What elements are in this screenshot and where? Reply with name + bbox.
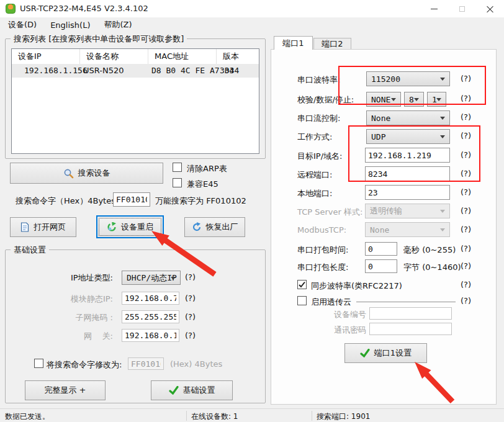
window-title: USR-TCP232-M4,E45 V2.3.4.102 — [20, 4, 148, 13]
compat-e45-label: 兼容E45 — [187, 179, 218, 190]
clear-arp-label: 清除ARP表 — [187, 163, 227, 174]
status-online-count: 在线设备数: 1 — [191, 411, 238, 422]
ip-type-select[interactable]: DHCP/动态IP — [122, 271, 181, 285]
search-device-label: 搜索设备 — [78, 168, 110, 179]
comm-password-label: 通讯密码 — [318, 325, 366, 336]
column-header-ip[interactable]: 设备IP — [12, 49, 80, 64]
baud-rate-label: 串口波特率: — [297, 74, 340, 86]
sync-baud-checkbox[interactable] — [297, 280, 307, 289]
menu-bar: 设备(D) English(L) 帮助(Z) — [0, 17, 504, 32]
baud-rate-select[interactable]: 115200 — [366, 71, 450, 86]
column-header-version[interactable]: 版本 — [217, 49, 259, 64]
search-list-group-title: 搜索列表 [在搜索列表中单击设备即可读取参数] — [11, 34, 187, 45]
title-bar: USR-TCP232-M4,E45 V2.3.4.102 — [0, 0, 504, 17]
checkmark-icon — [298, 281, 306, 289]
subnet-help: (?) — [185, 312, 196, 321]
magnifier-icon — [63, 168, 74, 179]
target-ip-label: 目标IP/域名: — [297, 151, 342, 162]
comm-password-input[interactable] — [369, 323, 452, 335]
factory-reset-label: 恢复出厂 — [206, 222, 238, 233]
device-ip: 192.168.1.156 — [24, 66, 88, 75]
chevron-down-icon — [171, 277, 176, 280]
target-ip-input[interactable] — [365, 148, 450, 163]
flow-control-select[interactable]: None — [366, 110, 450, 125]
factory-reset-button[interactable]: 恢复出厂 — [184, 217, 245, 237]
tab-port1[interactable]: 端口1 — [274, 36, 313, 50]
device-id-input[interactable] — [369, 307, 452, 320]
tcp-server-style-select: 透明传输 — [365, 204, 450, 218]
data-bits-select[interactable]: 8 — [404, 92, 424, 107]
chevron-down-icon — [440, 210, 445, 213]
subnet-label: 子网掩码 : — [37, 312, 113, 323]
pack-len-label: 串口打包长度: — [297, 262, 348, 273]
basic-settings-apply-button[interactable]: 基础设置 — [151, 380, 233, 400]
column-header-name[interactable]: 设备名称 — [80, 49, 148, 64]
open-web-label: 打开网页 — [34, 222, 66, 233]
webpage-icon — [20, 222, 29, 232]
ip-type-help: (?) — [185, 272, 196, 282]
local-port-label: 本地端口: — [297, 188, 332, 199]
subnet-input[interactable] — [122, 310, 179, 323]
stop-bits-select[interactable]: 1 — [427, 92, 446, 107]
modbus-tcp-select: None — [365, 222, 450, 237]
minimize-button[interactable] — [420, 0, 448, 17]
menu-device[interactable]: 设备(D) — [1, 17, 43, 32]
pack-len-suffix: 字节 (0~1460) — [403, 262, 461, 273]
ip-type-value: DHCP/动态IP — [127, 272, 177, 284]
tcp-server-style-help: (?) — [461, 206, 471, 215]
modbus-tcp-label: ModbusTCP: — [297, 225, 346, 235]
work-mode-select[interactable]: UDP — [366, 129, 450, 144]
pack-time-suffix: 毫秒 (0~255) — [403, 245, 456, 256]
remote-port-label: 远程端口: — [297, 169, 332, 181]
baud-rate-help: (?) — [461, 74, 471, 83]
local-port-input[interactable] — [365, 185, 450, 200]
parity-help: (?) — [461, 94, 471, 103]
pack-len-input[interactable] — [365, 259, 397, 273]
static-ip-label: 模块静态IP: — [37, 294, 113, 305]
parity-value: NONE — [371, 95, 390, 104]
open-web-button[interactable]: 打开网页 — [10, 217, 76, 237]
flow-control-value: None — [371, 114, 390, 123]
modify-cmd-input[interactable] — [128, 357, 164, 370]
device-table: 设备IP 设备名称 MAC地址 版本 192.168.1.156 USR-N52… — [11, 48, 259, 154]
baud-rate-value: 115200 — [371, 74, 400, 84]
column-header-mac[interactable]: MAC地址 — [148, 49, 217, 64]
remote-port-input[interactable] — [365, 166, 450, 181]
chevron-down-icon — [440, 228, 445, 231]
full-display-button[interactable]: 完整显示 + — [25, 380, 106, 400]
data-bits-value: 8 — [409, 95, 414, 104]
cloud-checkbox[interactable] — [297, 296, 307, 305]
device-name: USR-N520 — [83, 66, 124, 75]
menu-english[interactable]: English(L) — [43, 19, 97, 32]
search-cmd-input[interactable] — [113, 192, 150, 207]
clear-arp-checkbox[interactable] — [173, 163, 182, 172]
status-search-port: 搜索端口: 1901 — [317, 411, 370, 422]
status-bar: 数据已发送。 在线设备数: 1 搜索端口: 1901 — [0, 408, 504, 422]
parity-select[interactable]: NONE — [366, 92, 401, 107]
modify-cmd-label: 将搜索命令字修改为: — [47, 359, 122, 370]
gateway-input[interactable] — [122, 329, 179, 342]
search-device-button[interactable]: 搜索设备 — [10, 163, 163, 184]
chevron-down-icon — [440, 78, 445, 81]
maximize-button[interactable] — [448, 0, 476, 17]
device-row[interactable]: 192.168.1.156 USR-N520 D8 B0 4C FE A7 34… — [12, 64, 259, 78]
target-ip-help: (?) — [461, 150, 471, 159]
close-button[interactable] — [476, 0, 504, 17]
pack-time-input[interactable] — [365, 242, 397, 256]
device-version: 3034 — [220, 66, 239, 75]
compat-e45-checkbox[interactable] — [173, 178, 182, 187]
static-ip-input[interactable] — [122, 292, 179, 305]
menu-help[interactable]: 帮助(Z) — [97, 17, 138, 32]
pack-time-label: 串口打包时间: — [297, 245, 348, 256]
chevron-down-icon — [436, 98, 441, 101]
modify-cmd-checkbox[interactable] — [34, 359, 43, 368]
port1-apply-button[interactable]: 端口1设置 — [344, 343, 427, 363]
local-port-help: (?) — [461, 187, 471, 197]
parity-label: 校验/数据/停止: — [297, 94, 354, 106]
tab-port2[interactable]: 端口2 — [313, 38, 351, 49]
gateway-help: (?) — [185, 331, 196, 340]
restart-device-button[interactable]: 设备重启 — [96, 215, 164, 238]
pack-time-help: (?) — [461, 244, 471, 253]
restart-device-label: 设备重启 — [121, 222, 153, 233]
status-message: 数据已发送。 — [5, 411, 50, 422]
